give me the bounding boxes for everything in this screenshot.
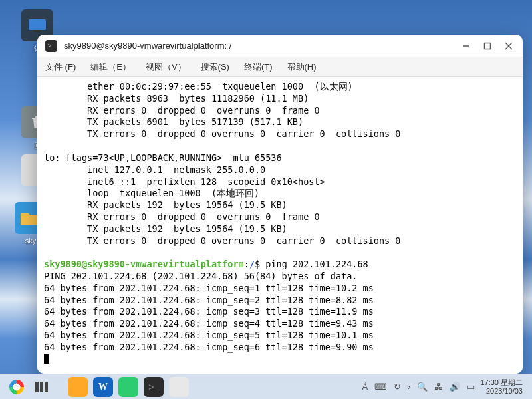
prompt-path: /	[249, 259, 255, 269]
maximize-button[interactable]	[481, 40, 493, 52]
launcher-button[interactable]	[7, 377, 27, 397]
term-line: TX errors 0 dropped 0 overruns 0 carrier…	[44, 128, 400, 139]
launcher-icon	[9, 380, 24, 394]
menubar: 文件 (F) 编辑（E） 视图（V） 搜索(S) 终端(T) 帮助(H)	[37, 57, 523, 77]
menu-terminal[interactable]: 终端(T)	[244, 61, 273, 73]
taskbar-app-terminal[interactable]: >_	[144, 377, 164, 397]
taskbar: W >_ Å ⌨ ↻ › 🔍 🖧 🔊 ▭ 17:30 星期二 2023/10/0…	[0, 374, 532, 399]
taskbar-app-wps[interactable]: W	[93, 377, 113, 397]
term-line: inet6 ::1 prefixlen 128 scopeid 0x10<hos…	[44, 176, 325, 187]
term-line: PING 202.101.224.68 (202.101.224.68) 56(…	[44, 271, 357, 281]
menu-edit[interactable]: 编辑（E）	[90, 61, 131, 73]
prompt-dollar: $	[255, 259, 265, 269]
term-line: 64 bytes from 202.101.224.68: icmp_seq=6…	[44, 342, 374, 352]
taskbar-app-5[interactable]	[169, 377, 189, 397]
term-line: loop txqueuelen 1000 (本地环回)	[44, 188, 259, 198]
term-line: RX packets 192 bytes 19564 (19.5 KB)	[44, 200, 287, 210]
terminal-app-icon: >_	[45, 40, 57, 52]
tray-clipboard-icon[interactable]: ▭	[467, 382, 475, 392]
clock-weekday: 星期二	[501, 378, 523, 386]
prompt-host: sky9890-vmwarevirtualplatform	[87, 259, 244, 269]
tray-appstore-icon[interactable]: Å	[362, 382, 368, 392]
svg-rect-8	[45, 382, 48, 392]
tray-network-icon[interactable]: 🖧	[434, 382, 443, 392]
tray-chevron-icon[interactable]: ›	[408, 382, 410, 392]
term-line: 64 bytes from 202.101.224.68: icmp_seq=4…	[44, 318, 374, 329]
prompt-user: sky9890	[44, 259, 82, 269]
term-line: ether 00:0c:29:97:ee:55 txqueuelen 1000 …	[44, 81, 353, 92]
close-button[interactable]	[503, 40, 515, 52]
menu-search[interactable]: 搜索(S)	[201, 61, 229, 73]
term-line: TX packets 6901 bytes 517139 (517.1 KB)	[44, 116, 303, 127]
tray-sync-icon[interactable]: ↻	[394, 382, 401, 392]
term-line: TX packets 192 bytes 19564 (19.5 KB)	[44, 223, 287, 234]
multitask-button[interactable]	[32, 377, 52, 397]
tray-search-icon[interactable]: 🔍	[417, 382, 428, 392]
prompt-colon: :	[244, 259, 249, 269]
terminal-cursor	[44, 354, 49, 364]
titlebar[interactable]: >_ sky9890@sky9890-vmwarevirtualplatform…	[37, 35, 523, 57]
term-line: 64 bytes from 202.101.224.68: icmp_seq=3…	[44, 306, 374, 317]
window-title: sky9890@sky9890-vmwarevirtualplatform: /	[64, 41, 454, 51]
prompt-command: ping 202.101.224.68	[265, 259, 368, 269]
svg-rect-1	[34, 30, 41, 32]
clock-time: 17:30	[480, 378, 499, 386]
system-tray: Å ⌨ ↻ › 🔍 🖧 🔊 ▭	[362, 382, 475, 392]
term-line: RX errors 0 dropped 0 overruns 0 frame 0	[44, 105, 320, 116]
svg-rect-6	[35, 382, 39, 392]
menu-view[interactable]: 视图（V）	[146, 61, 186, 73]
term-line: 64 bytes from 202.101.224.68: icmp_seq=1…	[44, 283, 374, 293]
svg-rect-0	[29, 19, 46, 30]
tray-keyboard-icon[interactable]: ⌨	[374, 382, 387, 392]
svg-rect-7	[40, 382, 43, 392]
taskbar-clock[interactable]: 17:30 星期二 2023/10/03	[480, 378, 525, 394]
prompt-at: @	[82, 259, 87, 269]
menu-file[interactable]: 文件 (F)	[45, 61, 76, 73]
term-line: TX errors 0 dropped 0 overruns 0 carrier…	[44, 235, 400, 246]
term-line: inet 127.0.0.1 netmask 255.0.0.0	[44, 164, 265, 175]
term-line: lo: flags=73<UP,LOOPBACK,RUNNING> mtu 65…	[44, 152, 282, 163]
clock-date: 2023/10/03	[480, 387, 523, 395]
term-line: 64 bytes from 202.101.224.68: icmp_seq=2…	[44, 295, 374, 305]
terminal-body[interactable]: ether 00:0c:29:97:ee:55 txqueuelen 1000 …	[37, 77, 523, 374]
term-line: RX errors 0 dropped 0 overruns 0 frame 0	[44, 211, 320, 222]
minimize-button[interactable]	[460, 40, 472, 52]
taskbar-app-3[interactable]	[118, 377, 138, 397]
term-line: RX packets 8963 bytes 11182960 (11.1 MB)	[44, 93, 309, 104]
menu-help[interactable]: 帮助(H)	[287, 61, 317, 73]
svg-rect-3	[485, 43, 491, 49]
taskbar-app-1[interactable]	[68, 377, 88, 397]
term-line: 64 bytes from 202.101.224.68: icmp_seq=5…	[44, 330, 374, 340]
tray-volume-icon[interactable]: 🔊	[450, 382, 460, 392]
terminal-window: >_ sky9890@sky9890-vmwarevirtualplatform…	[37, 35, 523, 374]
